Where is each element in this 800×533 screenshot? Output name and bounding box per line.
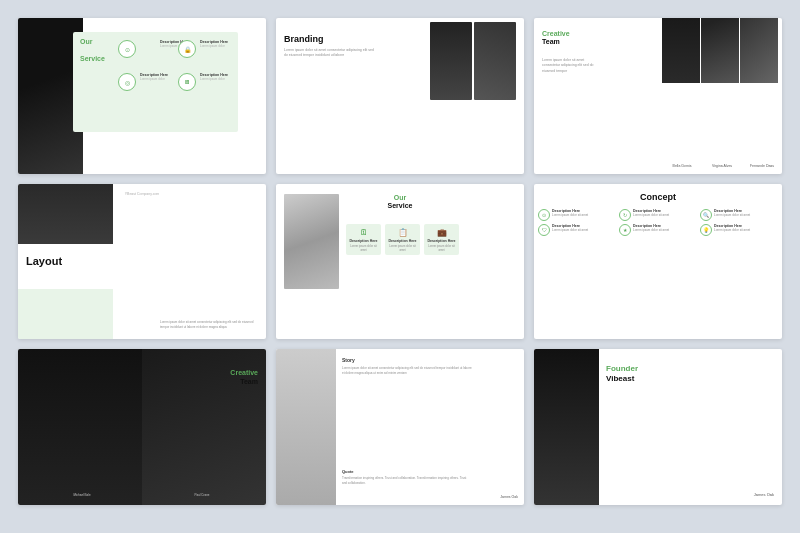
desc-label-4: Description Here Lorem ipsum dolor (200, 73, 228, 91)
concept-desc-5: Lorem ipsum dolor sit amet (633, 228, 669, 232)
slide-founder: Founder Vibeast James Oak (534, 349, 782, 505)
desc-label-3: Description Here Lorem ipsum dolor (140, 73, 168, 91)
team-name-3: Fernande Daas (742, 164, 782, 168)
service-title: Our Service (80, 38, 105, 63)
service-icons-row2b: 🖥 Description Here Lorem ipsum dolor (178, 73, 228, 91)
concept-text-4: Description Here Lorem ipsum dolor sit a… (552, 224, 588, 232)
ct-title-green: Creative (230, 369, 258, 376)
service-title-line2: Service (80, 55, 105, 63)
svc-box-2: 📋 Description Here Lorem ipsum dolor sit… (385, 224, 420, 256)
layout-text: Lorem ipsum dolor sit amet consectetur a… (160, 320, 260, 329)
concept-icon-3: 🔍 (700, 209, 712, 221)
slide-branding: Branding Lorem ipsum dolor sit amet cons… (276, 18, 524, 174)
concept-text-3: Description Here Lorem ipsum dolor sit a… (714, 209, 750, 217)
svc-icon-1: 🗓 (360, 228, 368, 237)
slide-grid: Our Service ⊙ Description Here Lorem ips… (0, 0, 800, 533)
service-icon-3: ◎ (118, 73, 136, 91)
ct-images (18, 349, 266, 505)
service-icons-row2: ◎ Description Here Lorem ipsum dolor (118, 73, 168, 91)
team-names: Bella Gomis Virgina Alves Fernande Daas (662, 164, 782, 168)
svc-icon-3: 💼 (437, 228, 447, 237)
svc-title-2: Description Here (388, 239, 416, 243)
service-2-title: Our Service (388, 194, 413, 211)
service-woman-image (284, 194, 339, 289)
concept-text-1: Description Here Lorem ipsum dolor sit a… (552, 209, 588, 217)
branding-title: Branding (284, 34, 374, 44)
svc-desc-2: Lorem ipsum dolor sit amet (388, 245, 417, 253)
branding-image-1 (430, 22, 472, 100)
svc-box-3: 💼 Description Here Lorem ipsum dolor sit… (424, 224, 459, 256)
concept-text-5: Description Here Lorem ipsum dolor sit a… (633, 224, 669, 232)
concept-item-4: 🛡 Description Here Lorem ipsum dolor sit… (538, 224, 616, 236)
layout-green-stripe (18, 289, 113, 339)
ct-title: Creative Team (230, 369, 258, 386)
team-images (662, 18, 782, 83)
service-icon-1: ⊙ (118, 40, 136, 58)
founder-content: Founder Vibeast (606, 364, 638, 383)
desc2-subtext: Lorem ipsum dolor (200, 44, 228, 48)
team-desc: Lorem ipsum dolor sit amet consectetur a… (542, 58, 597, 74)
svc-box-1: 🗓 Description Here Lorem ipsum dolor sit… (346, 224, 381, 256)
layout-title: Layout (26, 255, 62, 267)
slide-creative-team-2: Creative Team Michael Bale Paul Crane (18, 349, 266, 505)
team-name-1: Bella Gomis (662, 164, 702, 168)
concept-item-2: ↻ Description Here Lorem ipsum dolor sit… (619, 209, 697, 221)
team-image-3 (740, 18, 778, 83)
service2-green: Our (394, 194, 406, 201)
branding-left: Branding Lorem ipsum dolor sit amet cons… (284, 34, 374, 59)
concept-text-2: Description Here Lorem ipsum dolor sit a… (633, 209, 669, 217)
concept-icon-6: 💡 (700, 224, 712, 236)
slide-our-service-2: Our Service 🗓 Description Here Lorem ips… (276, 184, 524, 340)
founder-dark: Vibeast (606, 374, 634, 383)
creative-team-title: Creative Team (542, 30, 570, 47)
team-name-2: Virgina Alves (702, 164, 742, 168)
slide-story: Story Lorem ipsum dolor sit amet consect… (276, 349, 524, 505)
slide-our-service: Our Service ⊙ Description Here Lorem ips… (18, 18, 266, 174)
svc-title-1: Description Here (349, 239, 377, 243)
concept-desc-1: Lorem ipsum dolor sit amet (552, 213, 588, 217)
concept-desc-6: Lorem ipsum dolor sit amet (714, 228, 750, 232)
concept-item-3: 🔍 Description Here Lorem ipsum dolor sit… (700, 209, 778, 221)
creative-title-dark: Team (542, 38, 560, 45)
service-icon-boxes: 🗓 Description Here Lorem ipsum dolor sit… (346, 224, 459, 256)
story-title: Story (342, 357, 472, 363)
founder-title: Founder Vibeast (606, 364, 638, 383)
concept-icon-4: 🛡 (538, 224, 550, 236)
concept-icon-1: ⊙ (538, 209, 550, 221)
svc-icon-2: 📋 (398, 228, 408, 237)
svc-desc-3: Lorem ipsum dolor sit amet (427, 245, 456, 253)
service-title-line1: Our (80, 38, 105, 46)
ct-overlay: Creative Team (230, 369, 258, 386)
slide-layout: YBeast Company.com Layout Lorem ipsum do… (18, 184, 266, 340)
branding-text: Lorem ipsum dolor sit amet consectetur a… (284, 48, 374, 59)
layout-train-image (18, 184, 113, 244)
quote-author: James Oak (500, 495, 518, 499)
ct-name-2: Paul Crane (142, 493, 262, 497)
layout-company: YBeast Company.com (125, 192, 160, 196)
ct-name-1: Michael Bale (22, 493, 142, 497)
concept-grid: ⊙ Description Here Lorem ipsum dolor sit… (538, 209, 778, 236)
story-content: Story Lorem ipsum dolor sit amet consect… (342, 357, 472, 375)
story-image (276, 349, 336, 505)
branding-image-2 (474, 22, 516, 100)
founder-name: James Oak (754, 492, 774, 497)
ct-names-row: Michael Bale Paul Crane (18, 493, 266, 497)
quote-label: Quote (342, 469, 472, 474)
service-icon-2: 🔒 (178, 40, 196, 58)
founder-green: Founder (606, 364, 638, 373)
concept-icon-5: ★ (619, 224, 631, 236)
svc-title-3: Description Here (427, 239, 455, 243)
concept-item-5: ★ Description Here Lorem ipsum dolor sit… (619, 224, 697, 236)
concept-title: Concept (640, 192, 676, 202)
story-text: Lorem ipsum dolor sit amet consectetur a… (342, 366, 472, 375)
concept-desc-3: Lorem ipsum dolor sit amet (714, 213, 750, 217)
svc-desc-1: Lorem ipsum dolor sit amet (349, 245, 378, 253)
desc4-subtext: Lorem ipsum dolor (200, 77, 228, 81)
branding-images (430, 22, 520, 174)
concept-desc-2: Lorem ipsum dolor sit amet (633, 213, 669, 217)
team-image-1 (662, 18, 700, 83)
concept-icon-2: ↻ (619, 209, 631, 221)
ct-image-1 (18, 349, 142, 505)
concept-item-1: ⊙ Description Here Lorem ipsum dolor sit… (538, 209, 616, 221)
service2-dark: Service (388, 202, 413, 209)
